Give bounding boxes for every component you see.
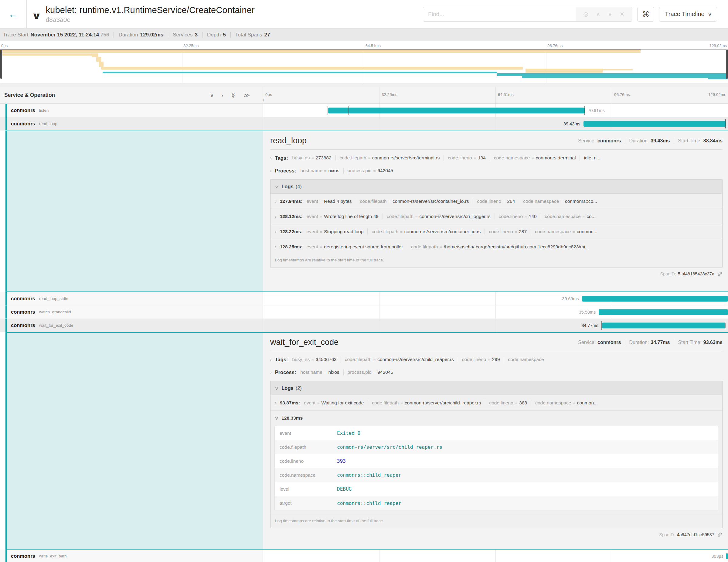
separator — [674, 138, 674, 144]
duration-label: 39.69ms — [562, 296, 579, 301]
trace-start-label: Trace Start — [3, 32, 28, 38]
service-name: conmonrs — [11, 322, 35, 328]
view-selector-button[interactable]: Trace Timeline ∨ — [659, 7, 717, 22]
separator — [114, 32, 114, 38]
depth-value: 5 — [223, 32, 226, 38]
span-detail-panel-wait-for-exit-code: wait_for_exit_code Service: conmonrs Dur… — [5, 332, 728, 550]
minimap-tick-labels: 0μs 32.25ms 64.51ms 96.76ms 129.02ms — [0, 43, 728, 49]
chevron-down-icon[interactable]: ∨ — [32, 10, 42, 21]
log-row[interactable]: › 128.12ms: event=Wrote log line of leng… — [270, 209, 722, 224]
prev-match-icon[interactable]: ∧ — [596, 11, 600, 18]
separator — [674, 339, 674, 345]
minimap-right-handle[interactable] — [726, 50, 728, 79]
span-detail-panel-read-loop: read_loop Service: conmonrs Duration: 39… — [5, 131, 728, 292]
log-tick-mark — [725, 321, 725, 330]
minimap-span-bar — [103, 72, 497, 73]
tick-label: 64.51ms — [366, 43, 381, 48]
log-row[interactable]: › 127.94ms: event=Read 4 bytes code.file… — [270, 193, 722, 209]
span-bar[interactable] — [583, 121, 726, 127]
logs-header[interactable]: ∨ Logs (4) — [270, 180, 722, 193]
separator — [531, 400, 531, 406]
expand-one-icon[interactable]: › — [221, 92, 223, 99]
target-icon[interactable]: ◎ — [583, 11, 588, 18]
span-title: wait_for_exit_code — [270, 338, 338, 347]
minimap-canvas[interactable] — [0, 49, 728, 83]
separator — [625, 138, 625, 144]
separator — [356, 198, 356, 204]
minimap-span-bar — [526, 69, 603, 73]
duration-label: 70.91ms — [588, 108, 605, 113]
span-bar[interactable] — [599, 309, 728, 315]
operation-name: read_loop_stdin — [39, 296, 68, 301]
chevron-right-icon: › — [270, 357, 272, 362]
table-row: code.lineno 393 — [275, 454, 718, 468]
logs-footer-note: Log timestamps are relative to the start… — [270, 254, 722, 267]
back-button[interactable]: ← — [0, 0, 27, 28]
span-name-cell[interactable]: conmonrs read_loop_stdin — [0, 292, 263, 305]
table-row: code.namespace conmonrs::child_reaper — [275, 468, 718, 482]
log-field: code.namespace=co... — [545, 214, 596, 219]
span-bar[interactable] — [582, 296, 728, 301]
span-name-cell[interactable]: conmonrs write_exit_path — [0, 550, 263, 562]
detail-panel-indent-block[interactable] — [5, 131, 263, 291]
service-name: conmonrs — [11, 121, 35, 127]
clear-find-icon[interactable]: ✕ — [620, 11, 624, 18]
expand-all-icon[interactable]: ≫ — [244, 92, 250, 99]
tags-row[interactable]: › Tags: busy_ns=34506763 code.filepath=c… — [270, 353, 723, 366]
service-value: conmonrs — [597, 340, 621, 345]
detail-panel-indent-block[interactable] — [5, 333, 263, 549]
field-value: conmonrs::child_reaper — [337, 500, 401, 506]
duration-label: Duration: — [629, 340, 649, 345]
find-input[interactable] — [423, 7, 576, 21]
process-row[interactable]: › Process: host.name=nixos process.pid=9… — [270, 164, 723, 177]
logs-header[interactable]: ∨ Logs (2) — [270, 381, 722, 395]
span-bar-cell: 39.43ms — [263, 117, 728, 131]
minimap-left-handle[interactable] — [0, 50, 2, 79]
collapse-all-icon[interactable]: ≫ — [230, 92, 237, 98]
span-id-row: SpanID: 5faf48165428c37a — [270, 271, 723, 277]
duration-value: 39.43ms — [651, 138, 670, 144]
span-bar[interactable] — [602, 322, 726, 328]
log-timestamp: 127.94ms: — [280, 199, 303, 204]
span-name-cell[interactable]: conmonrs watch_grandchild — [0, 305, 263, 319]
span-name-cell[interactable]: conmonrs wait_for_exit_code — [0, 319, 263, 332]
operation-name: listen — [39, 108, 49, 113]
expanded-log-header[interactable]: ∨ 128.33ms — [270, 410, 722, 425]
span-bar[interactable] — [328, 107, 585, 113]
link-icon[interactable] — [717, 532, 723, 537]
log-row[interactable]: › 128.22ms: event=Stopping read loop cod… — [270, 224, 722, 239]
service-color-accent — [5, 104, 7, 117]
span-id-value: 5faf48165428c37a — [678, 271, 714, 276]
field-value: Exited 0 — [337, 430, 360, 436]
link-icon[interactable] — [717, 271, 723, 277]
back-arrow-icon: ← — [8, 8, 19, 20]
span-bar[interactable] — [726, 553, 728, 559]
log-timestamp: 128.12ms: — [280, 214, 303, 219]
column-resizer-handle[interactable]: ‖ — [263, 98, 264, 102]
log-field: code.namespace=conmonrs::co... — [523, 199, 597, 204]
log-tick-mark — [584, 106, 585, 115]
total-spans-value: 27 — [264, 32, 270, 38]
operation-name: wait_for_exit_code — [39, 323, 73, 328]
log-field: code.filepath=/home/sascha/.cargo/regist… — [411, 244, 589, 250]
span-id-value: 4a947cfd1ce59537 — [677, 532, 714, 537]
collapse-one-icon[interactable]: ∨ — [210, 92, 214, 99]
log-field: code.lineno=264 — [477, 199, 515, 204]
start-time-label: Start Time: — [678, 340, 701, 345]
separator — [458, 357, 458, 363]
duration-value: 129.02ms — [140, 32, 164, 38]
tags-row[interactable]: › Tags: busy_ns=273882 code.filepath=con… — [270, 152, 723, 164]
log-row[interactable]: › 93.87ms: event=Waiting for exit code c… — [270, 395, 722, 410]
service-color-accent — [5, 550, 7, 562]
keyboard-shortcuts-button[interactable]: ⌘ — [637, 7, 654, 22]
log-row[interactable]: › 128.25ms: event=deregistering event so… — [270, 239, 722, 254]
span-bar-cell: 34.77ms — [263, 319, 728, 332]
service-label: Service: — [578, 138, 596, 144]
process-row[interactable]: › Process: host.name=nixos process.pid=9… — [270, 366, 723, 379]
span-name-cell[interactable]: conmonrs read_loop — [0, 117, 263, 131]
log-field: code.namespace=conmon... — [535, 229, 597, 234]
log-fields-table: event Exited 0 code.filepath conmon-rs/s… — [274, 426, 718, 510]
chevron-down-icon: ∨ — [708, 12, 712, 17]
next-match-icon[interactable]: ∨ — [608, 11, 612, 18]
span-name-cell[interactable]: conmonrs listen — [0, 104, 263, 117]
